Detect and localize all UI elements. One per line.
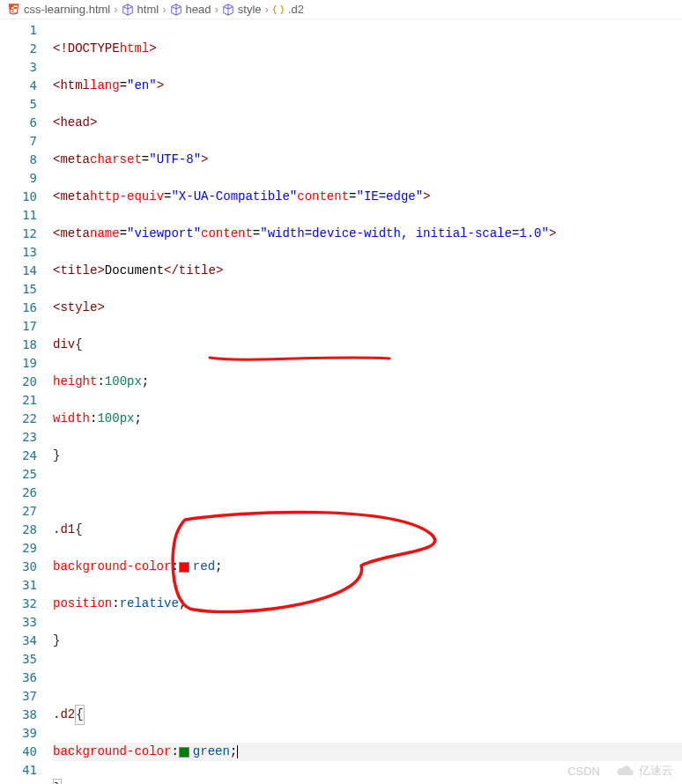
line-number: 31 — [0, 576, 37, 595]
line-number: 15 — [0, 280, 37, 299]
chevron-right-icon: › — [265, 3, 269, 16]
line-number: 1 — [0, 21, 37, 40]
line-number: 20 — [0, 373, 37, 391]
line-number: 23 — [0, 428, 37, 447]
line-number: 6 — [0, 114, 37, 132]
line-number: 40 — [0, 743, 37, 761]
line-number: 37 — [0, 687, 37, 706]
chevron-right-icon: › — [214, 3, 218, 16]
line-number: 18 — [0, 336, 37, 354]
breadcrumb-label: style — [238, 3, 262, 16]
code-editor[interactable]: 1 2 3 4 5 6 7 8 9 10 11 12 13 14 15 16 1… — [0, 19, 682, 784]
cube-icon — [222, 4, 234, 16]
code-line[interactable]: <meta name="viewport" content="width=dev… — [53, 225, 682, 243]
watermark-csdn: CSDN — [567, 765, 600, 778]
breadcrumb-html[interactable]: html — [122, 3, 159, 16]
line-number: 16 — [0, 299, 37, 317]
line-number: 38 — [0, 706, 37, 724]
line-number: 32 — [0, 595, 37, 613]
breadcrumb: css-learning.html › html › head › style … — [0, 0, 682, 19]
line-number: 5 — [0, 95, 37, 114]
breadcrumb-style[interactable]: style — [222, 3, 262, 16]
line-number: 41 — [0, 761, 37, 780]
watermark-cloud: 亿速云 — [616, 763, 673, 779]
watermark: CSDN 亿速云 — [567, 763, 673, 779]
annotation-underline — [208, 352, 393, 366]
code-line[interactable]: background-color: red; — [53, 558, 682, 576]
code-line[interactable]: <head> — [53, 114, 682, 132]
line-number: 10 — [0, 188, 37, 206]
line-number: 7 — [0, 132, 37, 151]
cube-icon — [170, 4, 182, 16]
line-number: 21 — [0, 391, 37, 410]
line-number: 13 — [0, 243, 37, 262]
cube-icon — [122, 4, 134, 16]
line-number: 19 — [0, 354, 37, 373]
line-number: 25 — [0, 465, 37, 484]
code-line[interactable]: background-color: green; — [53, 743, 682, 761]
line-number: 26 — [0, 484, 37, 502]
code-line[interactable]: <!DOCTYPE html> — [53, 40, 682, 58]
chevron-right-icon: › — [162, 3, 166, 16]
breadcrumb-file[interactable]: css-learning.html — [7, 3, 110, 16]
line-number: 2 — [0, 40, 37, 58]
code-line[interactable] — [53, 669, 682, 687]
line-number: 33 — [0, 613, 37, 632]
code-line[interactable]: } — [53, 632, 682, 650]
code-line[interactable]: div { — [53, 336, 682, 354]
symbol-icon — [272, 4, 285, 16]
breadcrumb-label: html — [137, 3, 159, 16]
code-line[interactable]: <meta charset="UTF-8"> — [53, 151, 682, 169]
code-line[interactable]: width: 100px; — [53, 410, 682, 428]
line-number: 17 — [0, 317, 37, 336]
gutter: 1 2 3 4 5 6 7 8 9 10 11 12 13 14 15 16 1… — [0, 19, 53, 784]
line-number: 12 — [0, 225, 37, 243]
text-cursor — [237, 745, 238, 758]
line-number: 24 — [0, 447, 37, 465]
line-number: 36 — [0, 669, 37, 687]
code-line[interactable]: <title>Document</title> — [53, 262, 682, 280]
chevron-right-icon: › — [114, 3, 117, 16]
line-number: 27 — [0, 502, 37, 521]
breadcrumb-label: .d2 — [288, 3, 304, 16]
code-line[interactable]: } — [53, 780, 682, 784]
line-number: 11 — [0, 206, 37, 225]
breadcrumb-head[interactable]: head — [170, 3, 211, 16]
code-line[interactable]: .d1 { — [53, 521, 682, 539]
color-swatch-green[interactable] — [179, 747, 189, 758]
line-number: 9 — [0, 169, 37, 188]
breadcrumb-file-label: css-learning.html — [24, 3, 110, 16]
code-line[interactable]: <meta http-equiv="X-UA-Compatible" conte… — [53, 188, 682, 206]
breadcrumb-label: head — [186, 3, 211, 16]
line-number: 39 — [0, 724, 37, 743]
code-line[interactable]: <html lang="en"> — [53, 77, 682, 95]
line-number: 28 — [0, 521, 37, 539]
code-line[interactable]: position:relative; — [53, 595, 682, 613]
line-number: 30 — [0, 558, 37, 576]
line-number: 22 — [0, 410, 37, 428]
color-swatch-red[interactable] — [179, 562, 189, 573]
line-number: 35 — [0, 650, 37, 669]
cloud-icon — [616, 764, 635, 778]
line-number: 8 — [0, 151, 37, 169]
html5-icon — [7, 3, 20, 16]
line-number: 34 — [0, 632, 37, 650]
breadcrumb-d2[interactable]: .d2 — [272, 3, 304, 16]
code-line[interactable] — [53, 484, 682, 502]
line-number: 4 — [0, 77, 37, 95]
code-line[interactable]: .d2 { — [53, 706, 682, 724]
line-number: 29 — [0, 539, 37, 558]
code-line[interactable]: } — [53, 447, 682, 465]
code-line[interactable]: height: 100px; — [53, 373, 682, 391]
code-area[interactable]: <!DOCTYPE html> <html lang="en"> <head> … — [53, 19, 682, 784]
code-line[interactable]: <style> — [53, 299, 682, 317]
line-number: 3 — [0, 58, 37, 77]
line-number: 14 — [0, 262, 37, 280]
